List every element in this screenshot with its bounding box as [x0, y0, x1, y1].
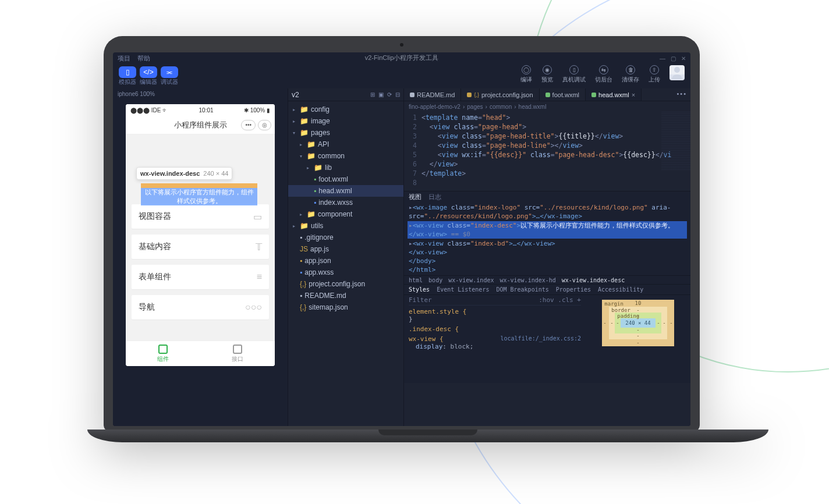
- crumb[interactable]: head.wxml: [519, 104, 547, 110]
- remote-debug-button[interactable]: ▯真机调试: [562, 65, 586, 84]
- tree-row[interactable]: ▪head.wxml: [288, 185, 403, 197]
- tabs-more-icon[interactable]: •••: [676, 90, 687, 97]
- compile-button[interactable]: ◯编译: [520, 65, 532, 84]
- boxmodel-margin-top: 10: [635, 300, 642, 306]
- tree-row[interactable]: ▸📁config: [288, 104, 403, 115]
- upload-icon: ⇧: [650, 65, 659, 74]
- tabbar-item[interactable]: 接口: [200, 341, 275, 366]
- window-controls: — ▢ ✕: [659, 55, 687, 62]
- list-item[interactable]: 基础内容𝕋: [132, 235, 269, 259]
- tree-row[interactable]: ▸📁utils: [288, 220, 403, 232]
- dom-crumb[interactable]: wx-view.index: [448, 277, 494, 283]
- tooltip-dimensions: 240 × 44: [203, 170, 228, 177]
- editor-tab[interactable]: foot.wxml: [540, 88, 586, 101]
- tooltip-selector: wx-view.index-desc: [140, 170, 200, 177]
- simulator-device-label: iphone6 100%: [113, 88, 288, 102]
- boxmodel-margin-label: margin: [604, 301, 623, 307]
- styles-panel[interactable]: Filter :hov .cls + element.style {}.inde…: [404, 295, 586, 383]
- editor-tab[interactable]: head.wxml×: [586, 88, 642, 101]
- crumb[interactable]: pages: [467, 104, 483, 110]
- devtools-tab-view[interactable]: 视图: [409, 193, 421, 201]
- menu-help[interactable]: 帮助: [137, 54, 150, 63]
- styles-sub-tabs: StylesEvent ListenersDOM BreakpointsProp…: [404, 285, 690, 295]
- app-title: 小程序组件展示: [174, 120, 227, 130]
- tree-row[interactable]: ▾📁pages: [288, 127, 403, 139]
- swap-icon: ⇆: [599, 65, 608, 74]
- crumb[interactable]: fino-applet-demo-v2: [409, 104, 460, 110]
- list-item[interactable]: 表单组件≡: [132, 265, 269, 289]
- upload-button[interactable]: ⇧上传: [649, 65, 660, 84]
- tree-row[interactable]: ▸📁API: [288, 139, 403, 150]
- maximize-icon[interactable]: ▢: [669, 55, 676, 62]
- clear-cache-button[interactable]: 🗑清缓存: [622, 65, 639, 84]
- mode-editor-button[interactable]: </>: [140, 66, 157, 78]
- crumb[interactable]: common: [490, 104, 512, 110]
- styles-filter-input[interactable]: Filter: [409, 296, 432, 304]
- minimap[interactable]: [661, 112, 690, 170]
- styles-filter-tools[interactable]: :hov .cls +: [539, 296, 581, 304]
- styles-subtab[interactable]: DOM Breakpoints: [496, 286, 548, 293]
- capsule-close-button[interactable]: ◎: [258, 120, 271, 130]
- styles-subtab[interactable]: Properties: [556, 286, 591, 293]
- dom-crumb[interactable]: wx-view.index-desc: [562, 277, 625, 283]
- file-tree: ▸📁config▸📁image▾📁pages▸📁API▾📁common▸📁lib…: [288, 101, 403, 315]
- simulator-panel: iphone6 100% ⬤⬤⬤ IDE ᯤ 10:01 ✱ 100% ▮ 小程…: [113, 88, 288, 426]
- phone-tabbar: 组件接口: [126, 340, 275, 366]
- status-time: 10:01: [199, 107, 214, 113]
- dom-breadcrumb: htmlbodywx-view.indexwx-view.index-hdwx-…: [404, 275, 690, 285]
- avatar[interactable]: [669, 65, 685, 80]
- tabbar-item[interactable]: 组件: [126, 341, 200, 366]
- tree-row[interactable]: ▾📁common: [288, 150, 403, 162]
- tree-row[interactable]: ▪app.json: [288, 255, 403, 267]
- tree-row[interactable]: ▸📁component: [288, 208, 403, 220]
- preview-button[interactable]: ◉预览: [541, 65, 553, 84]
- tree-row[interactable]: {,}sitemap.json: [288, 301, 403, 313]
- new-folder-icon[interactable]: ▣: [378, 91, 384, 98]
- dom-crumb[interactable]: body: [428, 277, 442, 283]
- right-tools: ◯编译 ◉预览 ▯真机调试 ⇆切后台 🗑清缓存 ⇧上传: [520, 65, 685, 84]
- mode-simulator-button[interactable]: ▯: [119, 66, 136, 78]
- code-editor[interactable]: 1<template name="head">2 <view class="pa…: [404, 112, 690, 191]
- laptop-base: [87, 430, 768, 442]
- styles-subtab[interactable]: Event Listeners: [437, 286, 489, 293]
- tree-root-label: v2: [292, 91, 299, 99]
- devtools-tab-log[interactable]: 日志: [428, 193, 441, 201]
- capsule-menu-button[interactable]: •••: [241, 120, 256, 130]
- tree-row[interactable]: ▪index.wxss: [288, 197, 403, 208]
- dom-crumb[interactable]: html: [409, 277, 423, 283]
- tree-tools: ⊞ ▣ ⟳ ⊟: [370, 91, 400, 98]
- phone-icon: ▯: [569, 65, 579, 74]
- tree-row[interactable]: ▸📁lib: [288, 162, 403, 173]
- tree-row[interactable]: ▪foot.wxml: [288, 173, 403, 185]
- new-file-icon[interactable]: ⊞: [370, 91, 375, 98]
- breadcrumbs: fino-applet-demo-v2 › pages › common › h…: [404, 101, 690, 112]
- tree-row[interactable]: ▪.gitignore: [288, 232, 403, 243]
- dom-inspector[interactable]: ▸<wx-image class="index-logo" src="../re…: [404, 202, 690, 275]
- box-model: margin 10 - - - border ----: [586, 295, 690, 383]
- list-item[interactable]: 视图容器▭: [132, 204, 269, 229]
- tree-row[interactable]: {,}project.config.json: [288, 278, 403, 290]
- mode-switcher: ▯ </> ⫘: [119, 66, 178, 78]
- menu-project[interactable]: 项目: [118, 54, 130, 63]
- mode-label-debugger: 调试器: [161, 78, 178, 86]
- phone-navbar: 小程序组件展示 ••• ◎: [126, 116, 275, 134]
- close-icon[interactable]: ✕: [680, 55, 687, 62]
- editor-tab[interactable]: README.md: [404, 88, 461, 101]
- collapse-icon[interactable]: ⊟: [395, 91, 400, 98]
- dom-crumb[interactable]: wx-view.index-hd: [499, 277, 555, 283]
- mode-debugger-button[interactable]: ⫘: [161, 66, 178, 78]
- minimize-icon[interactable]: —: [659, 55, 666, 62]
- list-item[interactable]: 导航○○○: [132, 295, 269, 320]
- editor-tabs: README.md{,}project.config.jsonfoot.wxml…: [404, 88, 690, 101]
- styles-subtab[interactable]: Styles: [409, 286, 430, 293]
- preview-icon: ◉: [543, 65, 552, 74]
- phone-body[interactable]: wx-view.index-desc 240 × 44 以下将展示小程序官方组件…: [126, 134, 275, 340]
- refresh-icon[interactable]: ⟳: [387, 91, 392, 98]
- tree-row[interactable]: JSapp.js: [288, 243, 403, 255]
- editor-tab[interactable]: {,}project.config.json: [461, 88, 539, 101]
- tree-row[interactable]: ▪app.wxss: [288, 267, 403, 278]
- tree-row[interactable]: ▪README.md: [288, 290, 403, 301]
- tree-row[interactable]: ▸📁image: [288, 115, 403, 127]
- background-button[interactable]: ⇆切后台: [595, 65, 612, 84]
- styles-subtab[interactable]: Accessibility: [598, 286, 643, 293]
